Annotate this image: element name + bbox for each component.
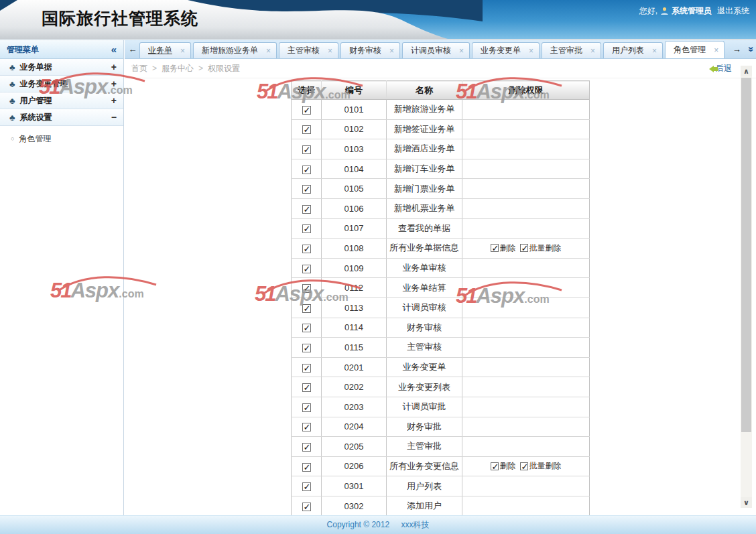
tab-close-icon[interactable]: × bbox=[328, 46, 332, 56]
collapse-sidebar-icon[interactable]: « bbox=[111, 40, 117, 59]
row-checkbox[interactable] bbox=[302, 165, 311, 174]
tab-controls: → « bbox=[733, 40, 752, 58]
perm-checkbox[interactable] bbox=[520, 462, 528, 470]
tab-overflow-icon[interactable]: « bbox=[743, 46, 755, 52]
row-checkbox[interactable] bbox=[302, 503, 311, 511]
row-name-cell: 添加用户 bbox=[387, 496, 462, 515]
column-header: 编号 bbox=[322, 81, 387, 100]
row-checkbox[interactable] bbox=[302, 185, 311, 194]
row-name-cell: 业务变更单 bbox=[387, 357, 462, 377]
expand-icon[interactable]: + bbox=[111, 95, 117, 106]
sidebar-item[interactable]: ♣业务单据+ bbox=[0, 59, 123, 76]
expand-icon[interactable]: + bbox=[111, 78, 117, 89]
perm-checkbox[interactable] bbox=[491, 244, 499, 252]
tab-close-icon[interactable]: × bbox=[266, 46, 271, 56]
row-code-cell: 0206 bbox=[322, 456, 387, 476]
row-checkbox[interactable] bbox=[302, 205, 311, 214]
tab-close-icon[interactable]: × bbox=[180, 46, 185, 56]
tab[interactable]: 业务单× bbox=[139, 42, 191, 58]
row-code-cell: 0301 bbox=[322, 476, 387, 496]
row-checkbox[interactable] bbox=[302, 383, 311, 392]
perm-checkbox[interactable] bbox=[520, 244, 528, 252]
logout-link[interactable]: 退出系统 bbox=[717, 5, 749, 17]
row-checkbox[interactable] bbox=[302, 284, 311, 293]
tab[interactable]: 主管审批× bbox=[542, 42, 601, 58]
row-name-cell: 主管审批 bbox=[387, 437, 462, 457]
row-checkbox[interactable] bbox=[302, 304, 311, 313]
row-checkbox[interactable] bbox=[302, 106, 311, 115]
tab-scroll-left-icon[interactable]: ← bbox=[126, 40, 139, 58]
sidebar-item[interactable]: ♣系统设置− bbox=[0, 109, 123, 126]
row-permissions-cell bbox=[462, 278, 590, 298]
table-row: 0203计调员审批 bbox=[292, 397, 590, 417]
row-code-cell: 0203 bbox=[322, 397, 387, 417]
row-checkbox[interactable] bbox=[302, 482, 311, 491]
table-row: 0201业务变更单 bbox=[292, 357, 590, 377]
tab-label: 用户列表 bbox=[612, 45, 644, 56]
sidebar-title: 管理菜单 bbox=[7, 40, 39, 59]
row-checkbox[interactable] bbox=[302, 463, 311, 472]
tab[interactable]: 计调员审核× bbox=[402, 42, 470, 58]
content-area: 选择编号名称删除权限 0101新增旅游业务单0102新增签证业务单0103新增酒… bbox=[125, 78, 756, 515]
scrollbar-thumb[interactable] bbox=[741, 78, 751, 432]
tab-close-icon[interactable]: × bbox=[590, 46, 595, 56]
row-checkbox[interactable] bbox=[302, 324, 311, 332]
back-button[interactable]: 后退 bbox=[706, 59, 732, 78]
row-select-cell bbox=[292, 119, 322, 139]
username-text[interactable]: 系统管理员 bbox=[672, 5, 712, 17]
tab[interactable]: 用户列表× bbox=[603, 42, 663, 58]
radio-bullet-icon: ○ bbox=[11, 135, 14, 142]
row-name-cell: 计调员审核 bbox=[387, 297, 462, 318]
row-checkbox[interactable] bbox=[302, 265, 311, 273]
tab-label: 业务单 bbox=[148, 45, 172, 56]
row-checkbox[interactable] bbox=[302, 364, 311, 373]
row-checkbox[interactable] bbox=[302, 224, 311, 233]
expand-icon[interactable]: + bbox=[111, 62, 117, 72]
tab[interactable]: 角色管理× bbox=[665, 41, 724, 58]
row-select-cell bbox=[292, 437, 322, 457]
row-checkbox[interactable] bbox=[302, 423, 311, 431]
breadcrumb-separator: > bbox=[198, 64, 203, 73]
tab-close-icon[interactable]: × bbox=[459, 46, 464, 56]
table-row: 0106新增机票业务单 bbox=[292, 198, 590, 218]
tab-label: 主管审批 bbox=[550, 45, 582, 56]
breadcrumb-item[interactable]: 服务中心 bbox=[162, 64, 194, 73]
row-select-cell bbox=[292, 139, 322, 159]
row-permissions-cell bbox=[462, 198, 590, 218]
breadcrumb-item[interactable]: 首页 bbox=[131, 64, 147, 73]
vertical-scrollbar[interactable]: ∧ ∨ bbox=[741, 66, 752, 508]
expand-icon[interactable]: − bbox=[111, 112, 117, 123]
row-checkbox[interactable] bbox=[302, 344, 311, 352]
table-row: 0206所有业务变更信息删除批量删除 bbox=[292, 456, 590, 476]
tab[interactable]: 新增旅游业务单× bbox=[193, 42, 277, 58]
tab-scroll-right-icon[interactable]: → bbox=[733, 44, 741, 54]
table-header-row: 选择编号名称删除权限 bbox=[292, 81, 590, 100]
tab[interactable]: 财务审核× bbox=[340, 42, 400, 58]
row-select-cell bbox=[292, 100, 322, 120]
tab[interactable]: 主管审核× bbox=[279, 42, 338, 58]
scroll-down-icon[interactable]: ∨ bbox=[741, 497, 752, 508]
user-icon bbox=[660, 7, 669, 15]
tab-close-icon[interactable]: × bbox=[714, 46, 718, 55]
row-select-cell bbox=[292, 297, 322, 318]
scroll-up-icon[interactable]: ∧ bbox=[741, 66, 752, 76]
tab-close-icon[interactable]: × bbox=[529, 46, 533, 56]
row-permissions-cell bbox=[462, 357, 590, 377]
row-checkbox[interactable] bbox=[302, 125, 311, 134]
tab[interactable]: 业务变更单× bbox=[472, 42, 540, 58]
row-checkbox[interactable] bbox=[302, 403, 311, 412]
perm-checkbox[interactable] bbox=[491, 462, 499, 470]
row-permissions-cell bbox=[462, 119, 590, 139]
row-checkbox[interactable] bbox=[302, 443, 311, 452]
row-permissions-cell bbox=[462, 179, 590, 199]
row-checkbox[interactable] bbox=[302, 145, 311, 154]
tab-close-icon[interactable]: × bbox=[389, 46, 394, 56]
row-name-cell: 业务变更列表 bbox=[387, 377, 462, 397]
sidebar-item[interactable]: ♣用户管理+ bbox=[0, 92, 123, 109]
sidebar-item[interactable]: ♣业务变更管理+ bbox=[0, 76, 123, 92]
row-checkbox[interactable] bbox=[302, 245, 311, 253]
table-row: 0302添加用户 bbox=[292, 496, 590, 515]
row-code-cell: 0103 bbox=[322, 139, 387, 159]
tab-close-icon[interactable]: × bbox=[652, 46, 657, 56]
sidebar-subitem[interactable]: ○角色管理 bbox=[0, 131, 123, 146]
